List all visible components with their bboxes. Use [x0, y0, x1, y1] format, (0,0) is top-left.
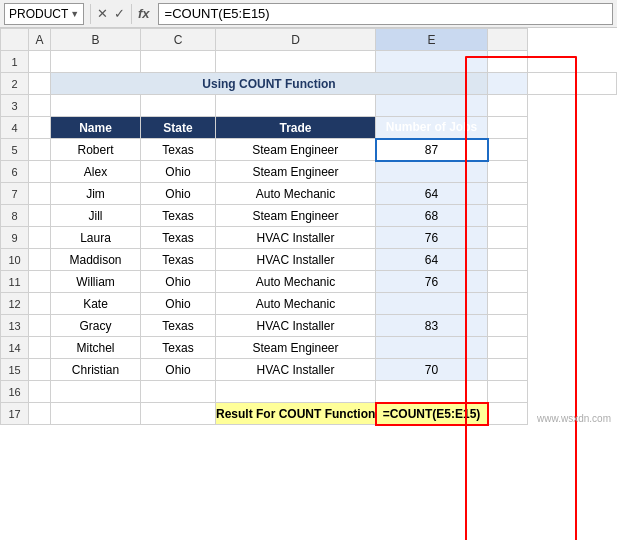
cell-trade-14[interactable]: Steam Engineer	[216, 337, 376, 359]
cell-state-8[interactable]: Texas	[141, 205, 216, 227]
col-header-e[interactable]: E	[376, 29, 488, 51]
cell-state-14[interactable]: Texas	[141, 337, 216, 359]
row-num-6: 6	[1, 161, 29, 183]
cell-state-6[interactable]: Ohio	[141, 161, 216, 183]
row-num-2: 2	[1, 73, 29, 95]
cell-name-10[interactable]: Maddison	[51, 249, 141, 271]
formula-text: =COUNT(E5:E15)	[165, 6, 270, 21]
cell-a4[interactable]	[29, 117, 51, 139]
cell-e16[interactable]	[376, 381, 488, 403]
row-num-15: 15	[1, 359, 29, 381]
cell-state-13[interactable]: Texas	[141, 315, 216, 337]
cell-name-11[interactable]: William	[51, 271, 141, 293]
cell-name-6[interactable]: Alex	[51, 161, 141, 183]
col-name-header: Name	[51, 117, 141, 139]
cell-name-12[interactable]: Kate	[51, 293, 141, 315]
cell-name-5[interactable]: Robert	[51, 139, 141, 161]
cell-a2[interactable]	[29, 73, 51, 95]
cell-jobs-13[interactable]: 83	[376, 315, 488, 337]
cell-d1[interactable]	[216, 51, 376, 73]
cell-trade-9[interactable]: HVAC Installer	[216, 227, 376, 249]
cell-jobs-15[interactable]: 70	[376, 359, 488, 381]
cell-name-14[interactable]: Mitchel	[51, 337, 141, 359]
cancel-icon[interactable]: ✕	[97, 6, 108, 21]
cell-jobs-6[interactable]	[376, 161, 488, 183]
cell-c16[interactable]	[141, 381, 216, 403]
cell-state-15[interactable]: Ohio	[141, 359, 216, 381]
col-header-c[interactable]: C	[141, 29, 216, 51]
cell-trade-11[interactable]: Auto Mechanic	[216, 271, 376, 293]
col-header-b[interactable]: B	[51, 29, 141, 51]
cell-name-13[interactable]: Gracy	[51, 315, 141, 337]
cell-name-9[interactable]: Laura	[51, 227, 141, 249]
cell-extra15	[488, 359, 528, 381]
cell-trade-12[interactable]: Auto Mechanic	[216, 293, 376, 315]
cell-name-7[interactable]: Jim	[51, 183, 141, 205]
cell-jobs-10[interactable]: 64	[376, 249, 488, 271]
cell-jobs-5[interactable]: 87	[376, 139, 488, 161]
table-row: 6 Alex Ohio Steam Engineer	[1, 161, 617, 183]
formula-input[interactable]: =COUNT(E5:E15)	[158, 3, 613, 25]
cell-b17[interactable]	[51, 403, 141, 425]
confirm-icon[interactable]: ✓	[114, 6, 125, 21]
cell-c1[interactable]	[141, 51, 216, 73]
cell-a8[interactable]	[29, 205, 51, 227]
cell-jobs-12[interactable]	[376, 293, 488, 315]
col-header-a[interactable]: A	[29, 29, 51, 51]
cell-a6[interactable]	[29, 161, 51, 183]
cell-trade-6[interactable]: Steam Engineer	[216, 161, 376, 183]
cell-a17[interactable]	[29, 403, 51, 425]
cell-trade-13[interactable]: HVAC Installer	[216, 315, 376, 337]
cell-a1[interactable]	[29, 51, 51, 73]
cell-a7[interactable]	[29, 183, 51, 205]
table-row: 7 Jim Ohio Auto Mechanic 64	[1, 183, 617, 205]
cell-e1[interactable]	[376, 51, 488, 73]
cell-name-8[interactable]: Jill	[51, 205, 141, 227]
cell-state-9[interactable]: Texas	[141, 227, 216, 249]
cell-a5[interactable]	[29, 139, 51, 161]
cell-e3[interactable]	[376, 95, 488, 117]
col-header-d[interactable]: D	[216, 29, 376, 51]
cell-jobs-8[interactable]: 68	[376, 205, 488, 227]
cell-trade-10[interactable]: HVAC Installer	[216, 249, 376, 271]
cell-a12[interactable]	[29, 293, 51, 315]
cell-b16[interactable]	[51, 381, 141, 403]
row-num-7: 7	[1, 183, 29, 205]
cell-trade-8[interactable]: Steam Engineer	[216, 205, 376, 227]
cell-a13[interactable]	[29, 315, 51, 337]
cell-e2[interactable]	[488, 73, 528, 95]
cell-d3[interactable]	[216, 95, 376, 117]
row-num-17: 17	[1, 403, 29, 425]
cell-a14[interactable]	[29, 337, 51, 359]
cell-trade-15[interactable]: HVAC Installer	[216, 359, 376, 381]
cell-a3[interactable]	[29, 95, 51, 117]
cell-state-11[interactable]: Ohio	[141, 271, 216, 293]
cell-d16[interactable]	[216, 381, 376, 403]
name-box[interactable]: PRODUCT ▼	[4, 3, 84, 25]
name-box-arrow-icon[interactable]: ▼	[70, 9, 79, 19]
cell-a15[interactable]	[29, 359, 51, 381]
cell-name-15[interactable]: Christian	[51, 359, 141, 381]
cell-c3[interactable]	[141, 95, 216, 117]
cell-a10[interactable]	[29, 249, 51, 271]
cell-state-12[interactable]: Ohio	[141, 293, 216, 315]
cell-a16[interactable]	[29, 381, 51, 403]
cell-b3[interactable]	[51, 95, 141, 117]
divider-2	[131, 4, 132, 24]
cell-state-5[interactable]: Texas	[141, 139, 216, 161]
cell-state-10[interactable]: Texas	[141, 249, 216, 271]
cell-a9[interactable]	[29, 227, 51, 249]
cell-a11[interactable]	[29, 271, 51, 293]
name-box-value: PRODUCT	[9, 7, 68, 21]
cell-state-7[interactable]: Ohio	[141, 183, 216, 205]
cell-jobs-11[interactable]: 76	[376, 271, 488, 293]
cell-trade-5[interactable]: Steam Engineer	[216, 139, 376, 161]
cell-jobs-7[interactable]: 64	[376, 183, 488, 205]
cell-jobs-9[interactable]: 76	[376, 227, 488, 249]
result-formula-cell[interactable]: =COUNT(E5:E15)	[376, 403, 488, 425]
cell-b1[interactable]	[51, 51, 141, 73]
cell-jobs-14[interactable]	[376, 337, 488, 359]
title-cell: Using COUNT Function	[51, 73, 488, 95]
cell-trade-7[interactable]: Auto Mechanic	[216, 183, 376, 205]
cell-c17[interactable]	[141, 403, 216, 425]
